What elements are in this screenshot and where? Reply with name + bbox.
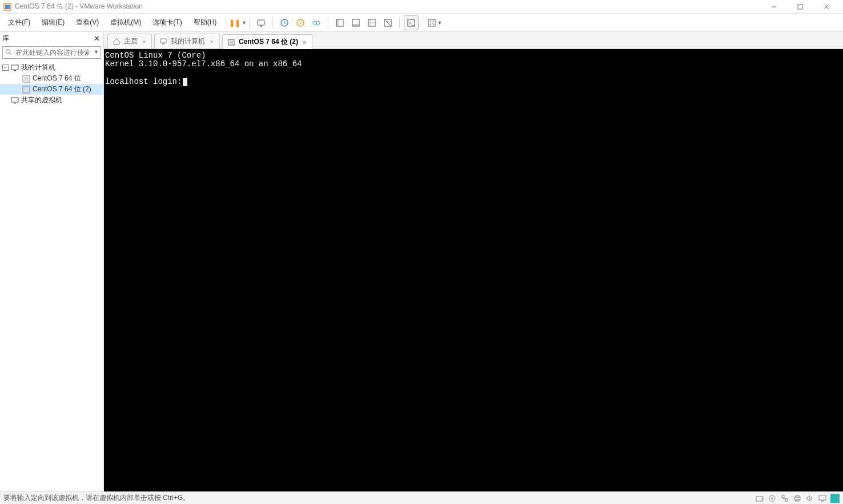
- svg-line-18: [384, 19, 391, 26]
- console-line: localhost login:: [105, 77, 182, 86]
- cd-icon[interactable]: [768, 494, 777, 503]
- shared-icon: [11, 96, 19, 104]
- view-sidebar-button[interactable]: [332, 15, 347, 30]
- main-area: 库 ✕ ▼ − 我的计算机 CentOS 7 64: [0, 32, 843, 491]
- svg-point-11: [316, 21, 320, 25]
- content-area: 主页 × 我的计算机 × CentOS 7 64 位 (2) × CentOS …: [104, 32, 843, 491]
- svg-rect-46: [821, 501, 824, 502]
- tree-item-centos-2[interactable]: CentOS 7 64 位 (2): [0, 84, 103, 95]
- svg-rect-1: [5, 5, 10, 9]
- svg-rect-27: [24, 76, 29, 81]
- printer-icon[interactable]: [793, 494, 802, 503]
- tree-item-shared[interactable]: 共享的虚拟机: [0, 95, 103, 106]
- status-indicator[interactable]: [830, 494, 840, 503]
- search-dropdown-icon[interactable]: ▼: [94, 49, 99, 55]
- menu-edit[interactable]: 编辑(E): [36, 15, 70, 30]
- minimize-button[interactable]: [761, 0, 787, 14]
- svg-rect-15: [352, 24, 359, 26]
- svg-rect-41: [785, 499, 788, 501]
- tab-my-computer[interactable]: 我的计算机 ×: [154, 34, 219, 49]
- manage-snapshot-button[interactable]: [309, 15, 324, 30]
- svg-rect-29: [24, 87, 29, 92]
- sidebar-title: 库: [2, 34, 9, 43]
- titlebar: CentOS 7 64 位 (2) - VMware Workstation: [0, 0, 843, 14]
- revert-snapshot-button[interactable]: [293, 15, 308, 30]
- tree-root-my-computer[interactable]: − 我的计算机: [0, 62, 103, 73]
- menu-view[interactable]: 查看(V): [70, 15, 105, 30]
- monitor-icon: [159, 38, 167, 46]
- tab-close-icon[interactable]: ×: [141, 38, 147, 45]
- tab-home[interactable]: 主页 ×: [107, 34, 152, 49]
- display-icon[interactable]: [818, 494, 827, 503]
- svg-point-37: [761, 498, 762, 499]
- window-title: CentOS 7 64 位 (2) - VMware Workstation: [15, 2, 761, 11]
- tab-label: CentOS 7 64 位 (2): [239, 37, 298, 47]
- tab-close-icon[interactable]: ×: [208, 38, 214, 45]
- svg-rect-6: [258, 20, 264, 25]
- maximize-button[interactable]: [787, 0, 813, 14]
- svg-line-23: [10, 53, 11, 55]
- console-line: CentOS Linux 7 (Core): [105, 51, 206, 60]
- sidebar: 库 ✕ ▼ − 我的计算机 CentOS 7 64: [0, 32, 104, 491]
- sidebar-search: ▼: [2, 46, 101, 59]
- network-icon[interactable]: [780, 494, 789, 503]
- tabs-row: 主页 × 我的计算机 × CentOS 7 64 位 (2) ×: [104, 32, 843, 49]
- send-ctrl-alt-del-button[interactable]: [254, 15, 268, 30]
- console-view-button[interactable]: >_: [404, 15, 419, 30]
- svg-rect-13: [336, 19, 339, 26]
- library-tree: − 我的计算机 CentOS 7 64 位 CentOS 7 64 位 (2): [0, 61, 103, 491]
- vmware-app-icon: [3, 3, 11, 11]
- menu-tabs[interactable]: 选项卡(T): [147, 15, 187, 30]
- separator: [423, 17, 423, 29]
- snapshot-button[interactable]: [277, 15, 292, 30]
- vm-console[interactable]: CentOS Linux 7 (Core) Kernel 3.10.0-957.…: [104, 49, 843, 491]
- svg-rect-32: [160, 39, 166, 43]
- svg-point-9: [297, 19, 304, 26]
- pause-button[interactable]: ❚❚▼: [230, 15, 245, 30]
- separator: [399, 17, 400, 29]
- svg-rect-45: [819, 495, 826, 500]
- tab-label: 我的计算机: [171, 37, 205, 46]
- svg-rect-24: [11, 65, 18, 70]
- tree-label: 共享的虚拟机: [21, 95, 62, 105]
- tree-label: CentOS 7 64 位 (2): [33, 84, 91, 94]
- separator: [226, 17, 226, 29]
- disk-icon[interactable]: [755, 494, 764, 503]
- svg-point-22: [6, 50, 10, 54]
- collapse-icon[interactable]: −: [2, 64, 9, 71]
- cursor: [183, 78, 187, 86]
- svg-point-10: [313, 21, 316, 25]
- svg-rect-33: [162, 43, 164, 45]
- tree-item-centos-1[interactable]: CentOS 7 64 位: [0, 73, 103, 84]
- tree-label: CentOS 7 64 位: [33, 74, 81, 83]
- sidebar-header: 库 ✕: [0, 32, 103, 45]
- view-bottombar-button[interactable]: [348, 15, 363, 30]
- svg-rect-3: [798, 5, 802, 9]
- svg-text:>_: >_: [409, 21, 415, 26]
- statusbar: 要将输入定向到该虚拟机，请在虚拟机内部单击或按 Ctrl+G。: [0, 491, 843, 504]
- sidebar-close-icon[interactable]: ✕: [93, 33, 101, 44]
- sound-icon[interactable]: [805, 494, 814, 503]
- svg-rect-25: [14, 70, 16, 71]
- fullscreen-button[interactable]: ▼: [427, 15, 442, 30]
- home-icon: [113, 38, 121, 46]
- search-input[interactable]: [2, 46, 101, 59]
- search-icon: [5, 49, 12, 57]
- separator: [249, 17, 250, 29]
- console-line: Kernel 3.10.0-957.el7.x86_64 on an x86_6…: [105, 59, 302, 68]
- svg-rect-30: [11, 98, 18, 102]
- vm-icon: [22, 86, 30, 94]
- close-button[interactable]: [813, 0, 840, 14]
- menu-file[interactable]: 文件(F): [2, 15, 36, 30]
- menu-vm[interactable]: 虚拟机(M): [105, 15, 147, 30]
- status-icons: [755, 494, 840, 503]
- tab-close-icon[interactable]: ×: [302, 39, 307, 46]
- view-thumbnail-button[interactable]: [364, 15, 379, 30]
- svg-rect-21: [428, 19, 435, 26]
- view-unity-button[interactable]: [380, 15, 395, 30]
- menubar: 文件(F) 编辑(E) 查看(V) 虚拟机(M) 选项卡(T) 帮助(H) ❚❚…: [0, 14, 843, 32]
- svg-point-39: [772, 497, 773, 499]
- menu-help[interactable]: 帮助(H): [188, 15, 223, 30]
- tab-centos-2[interactable]: CentOS 7 64 位 (2) ×: [222, 34, 312, 49]
- window-controls: [761, 0, 840, 14]
